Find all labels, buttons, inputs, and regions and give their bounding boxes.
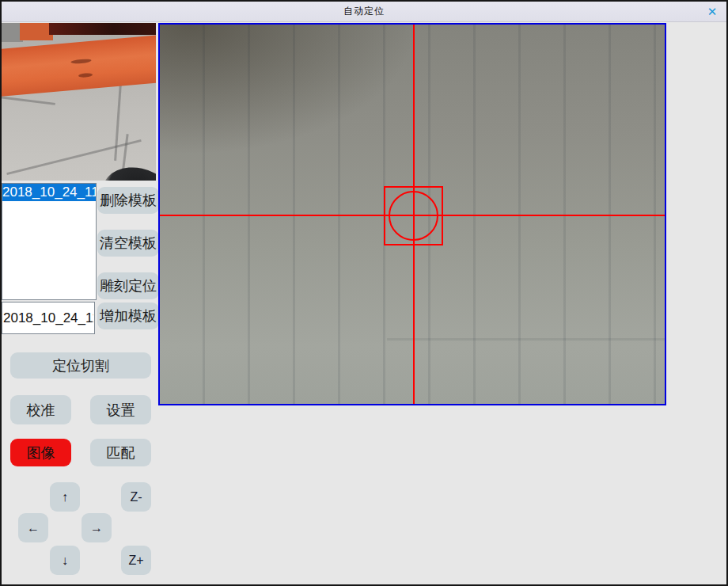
close-icon: ✕ [707, 5, 718, 19]
image-button[interactable]: 图像 [10, 439, 71, 466]
plank-knot [70, 59, 91, 64]
position-cut-button[interactable]: 定位切割 [10, 352, 151, 379]
auto-position-dialog: 自动定位 ✕ 2018_10_24_11 删除模板 清空模板 雕刻定位 增加模板… [0, 0, 728, 586]
dialog-title: 自动定位 [343, 5, 385, 18]
engrave-position-button[interactable]: 雕刻定位 [97, 272, 159, 299]
match-button[interactable]: 匹配 [90, 439, 151, 466]
template-name-input[interactable] [2, 302, 95, 334]
jog-z-plus-button[interactable]: Z+ [121, 546, 151, 575]
title-bar: 自动定位 ✕ [2, 2, 726, 22]
jog-left-button[interactable]: ← [18, 513, 48, 542]
target-circle-overlay [389, 191, 438, 241]
camera-feed-tile-line [387, 338, 665, 341]
add-template-button[interactable]: 增加模板 [97, 303, 159, 329]
delete-template-button[interactable]: 删除模板 [97, 187, 159, 214]
template-list[interactable]: 2018_10_24_11 [2, 183, 97, 300]
template-list-item-selected[interactable]: 2018_10_24_11 [2, 184, 96, 201]
close-button[interactable]: ✕ [703, 3, 722, 21]
camera-view[interactable] [158, 23, 666, 405]
arrow-up-icon: ↑ [62, 490, 68, 504]
preview-orange-patch [20, 23, 53, 40]
template-preview-image [2, 23, 156, 181]
plank-knot [78, 73, 93, 78]
arrow-down-icon: ↓ [62, 554, 68, 568]
arrow-left-icon: ← [27, 521, 40, 535]
clear-templates-button[interactable]: 清空模板 [97, 230, 159, 257]
settings-button[interactable]: 设置 [90, 395, 151, 424]
jog-down-button[interactable]: ↓ [50, 546, 80, 575]
preview-dark-strip [49, 23, 156, 35]
jog-z-minus-button[interactable]: Z- [121, 482, 151, 512]
jog-up-button[interactable]: ↑ [50, 482, 80, 512]
jog-right-button[interactable]: → [82, 513, 112, 542]
arrow-right-icon: → [90, 521, 103, 535]
calibrate-button[interactable]: 校准 [10, 395, 71, 424]
